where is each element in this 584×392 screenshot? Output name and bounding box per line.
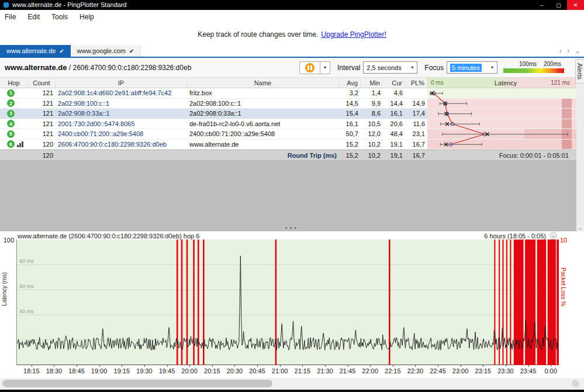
count-cell: 121 <box>28 129 56 139</box>
hop-row-selected[interactable]: 3 121 2a02:908:0:33a::1 2a02:908:0:33a::… <box>0 109 584 119</box>
graph-time-range[interactable]: 6 hours (18:05 - 0:05) <box>484 233 546 240</box>
cur-cell: 48,4 <box>383 129 405 139</box>
round-trip-min: 10,2 <box>361 150 383 160</box>
hop-row[interactable]: 2 121 2a02:908:100:c::1 2a02:908:100:c::… <box>0 99 584 109</box>
x-axis-tick <box>551 365 551 367</box>
latency-band <box>427 140 584 150</box>
close-button[interactable]: ✕ <box>567 0 584 10</box>
scrollbar-knob[interactable] <box>572 380 579 387</box>
tab-scroll-right-icon[interactable]: › <box>567 47 569 55</box>
tab-scroll-controls: ‹ › ⌄ <box>559 45 580 57</box>
ip-cell: 2a02:908:1c4:d660:2e91:abff:fe94:7c42 <box>56 88 187 98</box>
x-axis-label: 0:00 <box>544 367 557 374</box>
upgrade-link[interactable]: Upgrade PingPlotter! <box>321 30 386 39</box>
tab-alternate[interactable]: www.alternate.de ✔ <box>0 45 71 57</box>
alerts-label: Alerts <box>576 63 583 79</box>
hop-cell: 3 <box>0 109 28 119</box>
maximize-button[interactable]: ▢ <box>550 0 567 10</box>
latency-max-label: 121 ms <box>551 79 570 86</box>
tab-scroll-left-icon[interactable]: ‹ <box>559 47 562 55</box>
latency-band <box>427 88 584 98</box>
x-axis-tick <box>189 365 190 367</box>
menu-bar: File Edit Tools Help <box>0 10 584 24</box>
hop-row[interactable]: 5 121 2400:cb00:71:200::a29e:5408 2400:c… <box>0 129 584 140</box>
x-axis-tick <box>325 365 326 367</box>
count-cell: 120 <box>28 140 56 150</box>
scale-label-200ms: 200ms <box>544 61 561 67</box>
avg-cell: 15,2 <box>339 140 361 150</box>
tab-google[interactable]: www.google.com ✔ <box>71 45 141 57</box>
hop-cell: 4 <box>0 119 28 129</box>
minimize-button[interactable]: – <box>533 0 550 10</box>
table-header-row: Hop Count IP Name Avg Min Cur PL% 0 ms L… <box>0 78 584 88</box>
pause-dropdown-button[interactable]: ▼ <box>320 61 330 74</box>
focus-label: Focus <box>424 64 444 72</box>
hop-status-badge: 3 <box>7 110 15 117</box>
col-header-pl[interactable]: PL% <box>405 78 427 88</box>
name-cell: fritz.box <box>187 88 339 98</box>
tab-list-icon[interactable]: ⌄ <box>575 47 580 55</box>
ip-cell: 2606:4700:90:0:c180:2298:9326:d0eb <box>56 140 187 150</box>
x-axis-label: 23:00 <box>452 367 469 374</box>
x-axis-tick <box>122 365 122 367</box>
menu-file[interactable]: File <box>0 13 22 21</box>
hop-row-focused[interactable]: 6 120 2606:4700:90:0:c180:2298:9326:d0eb… <box>0 140 584 150</box>
name-cell: 2a02:908:100:c::1 <box>187 99 339 109</box>
hop-status-badge: 6 <box>7 140 15 148</box>
x-axis-label: 20:00 <box>181 367 198 374</box>
hop-row[interactable]: 4 121 2001:730:2d00::5474:8065 de-fra01b… <box>0 119 584 130</box>
scroll-down-icon[interactable]: ⌄ <box>576 225 584 231</box>
target-ip: 2606:4700:90:0:c180:2298:9326:d0eb <box>72 64 191 72</box>
app-icon <box>4 2 9 8</box>
scale-label-100ms: 100ms <box>519 61 537 67</box>
name-cell: www.alternate.de <box>187 140 339 150</box>
hop-row[interactable]: 1 121 2a02:908:1c4:d660:2e91:abff:fe94:7… <box>0 88 584 99</box>
x-axis-tick <box>370 365 371 367</box>
avg-cell: 15,4 <box>339 109 361 119</box>
interval-select[interactable]: 2,5 seconds ▼ <box>363 61 417 74</box>
graph-range-dropdown[interactable]: ⌄ <box>550 232 557 240</box>
svg-text:40 ms: 40 ms <box>19 308 34 314</box>
cur-cell: 19,1 <box>383 140 405 150</box>
x-axis-tick <box>415 365 416 367</box>
scrollbar-thumb[interactable] <box>2 380 272 387</box>
window-title: www.alternate.de - PingPlotter Standard <box>12 0 533 10</box>
x-axis-label: 21:45 <box>340 367 356 374</box>
hop-cell: 5 <box>0 129 28 139</box>
col-header-min[interactable]: Min <box>361 78 383 88</box>
focus-select[interactable]: 5 minutes ▼ <box>447 61 497 74</box>
x-axis-label: 22:45 <box>430 367 446 374</box>
col-header-avg[interactable]: Avg <box>339 78 361 88</box>
menu-edit[interactable]: Edit <box>22 13 46 21</box>
pl-cell: 23,1 <box>405 129 427 139</box>
col-header-hop[interactable]: Hop <box>0 78 28 88</box>
alerts-side-tab[interactable]: Alerts <box>575 59 584 84</box>
x-axis-label: 23:30 <box>497 367 514 374</box>
table-vertical-scrollbar[interactable]: ⌄ <box>576 78 584 231</box>
y-axis-max-label: 100 <box>4 237 14 244</box>
horizontal-scrollbar[interactable] <box>0 378 584 390</box>
col-header-ip[interactable]: IP <box>56 78 187 88</box>
menu-tools[interactable]: Tools <box>46 13 74 21</box>
col-header-cur[interactable]: Cur <box>383 78 405 88</box>
chevron-down-icon: ▼ <box>488 62 497 73</box>
pause-button[interactable] <box>299 61 320 74</box>
graph-header: www.alternate.de (2606:4700:90:0:c180:22… <box>0 231 584 240</box>
col-header-name[interactable]: Name <box>187 78 339 88</box>
col-header-latency: 0 ms Latency 121 ms <box>427 78 584 88</box>
splitter-handle[interactable]: ●●● <box>285 226 299 230</box>
count-cell: 121 <box>28 109 56 119</box>
avg-cell: 14,5 <box>339 99 361 109</box>
x-axis-label: 23:15 <box>475 367 492 374</box>
name-cell: de-fra01b-rc2-lo0-0.v6.aorta.net <box>187 119 339 129</box>
menu-help[interactable]: Help <box>74 13 100 21</box>
pl-cell: 14,9 <box>405 99 427 109</box>
svg-text:60 ms: 60 ms <box>19 283 34 289</box>
col-header-count[interactable]: Count <box>28 78 56 88</box>
x-axis-label: 18:45 <box>68 367 85 374</box>
x-axis-tick <box>506 365 506 367</box>
latency-color-scale: 100ms 200ms <box>503 61 564 75</box>
x-axis-tick <box>77 365 77 367</box>
latency-timeline-plot[interactable]: 80 ms60 ms40 ms <box>16 240 558 365</box>
x-axis-label: 22:00 <box>362 367 378 374</box>
